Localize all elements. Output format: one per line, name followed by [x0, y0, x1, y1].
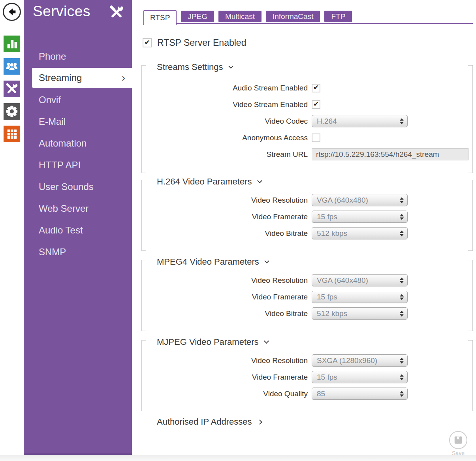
bar-chart-icon: [5, 37, 19, 51]
audio-stream-enabled-checkbox[interactable]: ✔: [312, 84, 320, 92]
spinner-arrows-icon: [400, 294, 404, 300]
mjpeg-video-quality-select[interactable]: 85: [312, 388, 408, 400]
anonymous-access-checkbox[interactable]: ✔: [312, 134, 320, 142]
main-content: RTSP JPEG Multicast InformaCast FTP ✔ RT…: [132, 0, 476, 454]
section-title[interactable]: MPEG4 Video Parameters: [157, 257, 473, 267]
section-title[interactable]: Streams Settings: [157, 62, 473, 72]
rail-tiles: [0, 36, 20, 148]
sidebar-item-user-sounds[interactable]: User Sounds ›: [24, 176, 132, 198]
save-circle: [449, 431, 467, 449]
field-label: Video Stream Enabled: [157, 100, 308, 109]
chevron-right-icon: [257, 420, 262, 425]
tab-jpeg[interactable]: JPEG: [181, 11, 214, 22]
field-label: Video Codec: [157, 117, 308, 126]
field-row: Video Resolution VGA (640x480): [157, 194, 473, 206]
tab-informacast[interactable]: InformaCast: [266, 11, 320, 22]
field-label: Video Bitrate: [157, 229, 308, 238]
h264-video-framerate-select[interactable]: 15 fps: [312, 211, 408, 223]
field-label: Stream URL: [157, 150, 308, 159]
rail-item-status[interactable]: [4, 36, 20, 52]
chevron-down-icon: [264, 258, 269, 263]
section-mpeg4-parameters: MPEG4 Video Parameters Video Resolution …: [141, 256, 473, 331]
back-button[interactable]: [3, 3, 21, 21]
sidebar-item-streaming[interactable]: Streaming ›: [32, 68, 132, 88]
section-title[interactable]: H.264 Video Parameters: [157, 177, 473, 187]
tab-multicast[interactable]: Multicast: [218, 11, 262, 22]
section-mjpeg-parameters: MJPEG Video Parameters Video Resolution …: [141, 336, 473, 411]
mpeg4-video-bitrate-select[interactable]: 512 kbps: [312, 307, 408, 320]
spinner-arrows-icon: [400, 391, 404, 397]
rail-item-hardware[interactable]: [4, 126, 20, 142]
chevron-down-icon: [257, 178, 262, 183]
gear-icon: [5, 105, 19, 118]
field-row: Video Framerate 15 fps: [157, 211, 473, 223]
mjpeg-video-resolution-select[interactable]: SXGA (1280x960): [312, 354, 408, 367]
mpeg4-video-resolution-select[interactable]: VGA (640x480): [312, 274, 408, 286]
rtsp-server-enabled-checkbox[interactable]: ✔: [143, 38, 152, 47]
sidebar-item-web-server[interactable]: Web Server ›: [24, 198, 132, 219]
check-icon: ✔: [144, 39, 150, 46]
rtsp-server-enabled-row: ✔ RTSP Server Enabled: [143, 38, 246, 48]
tools-icon: [5, 82, 19, 96]
field-row: Video Bitrate 512 kbps: [157, 307, 473, 320]
rail-item-system[interactable]: [4, 103, 20, 120]
field-row: Video Framerate 15 fps: [157, 371, 473, 383]
spinner-arrows-icon: [400, 230, 404, 236]
field-label: Video Resolution: [157, 196, 308, 205]
spinner-arrows-icon: [400, 197, 404, 203]
field-label: Video Framerate: [157, 213, 308, 221]
field-row: Audio Stream Enabled ✔: [157, 82, 473, 94]
sidebar-item-http-api[interactable]: HTTP API ›: [24, 154, 132, 176]
spinner-arrows-icon: [400, 374, 404, 380]
field-label: Video Framerate: [157, 293, 308, 301]
section-streams-settings: Streams Settings Audio Stream Enabled ✔ …: [141, 61, 473, 173]
sidebar-item-email[interactable]: E-Mail ›: [24, 111, 132, 132]
sidebar-item-phone[interactable]: Phone ›: [24, 45, 132, 67]
icon-rail: [0, 0, 24, 461]
video-codec-select[interactable]: H.264: [312, 115, 408, 127]
field-row: Video Bitrate 512 kbps: [157, 227, 473, 239]
field-row: Video Stream Enabled ✔: [157, 98, 473, 111]
tab-underline: [143, 23, 473, 24]
field-row: Stream URL rtsp://10.5.229.163:554/h264_…: [157, 148, 473, 160]
section-authorised-ip-addresses[interactable]: Authorised IP Addresses: [157, 417, 262, 427]
video-stream-enabled-checkbox[interactable]: ✔: [312, 100, 320, 109]
stream-url-input[interactable]: rtsp://10.5.229.163:554/h264_stream: [312, 148, 468, 160]
rail-item-services[interactable]: [4, 81, 20, 97]
field-row: Video Quality 85: [157, 388, 473, 400]
spinner-arrows-icon: [400, 118, 404, 124]
field-label: Video Quality: [157, 389, 308, 398]
page: Services Phone › Streaming ›: [0, 0, 476, 461]
field-row: Video Framerate 15 fps: [157, 291, 473, 303]
tools-header-icon: [108, 4, 125, 22]
field-label: Video Bitrate: [157, 309, 308, 318]
field-label: Video Resolution: [157, 276, 308, 285]
tab-ftp[interactable]: FTP: [324, 11, 352, 22]
sidebar-item-onvif[interactable]: Onvif ›: [24, 89, 132, 111]
section-title[interactable]: MJPEG Video Parameters: [157, 337, 473, 347]
mjpeg-video-framerate-select[interactable]: 15 fps: [312, 371, 408, 383]
sidebar-item-automation[interactable]: Automation ›: [24, 132, 132, 154]
floppy-disk-icon: [453, 435, 463, 445]
spinner-arrows-icon: [400, 214, 404, 220]
spinner-arrows-icon: [400, 358, 404, 363]
save-button[interactable]: Save: [446, 431, 470, 456]
chevron-down-icon: [264, 339, 269, 344]
h264-video-bitrate-select[interactable]: 512 kbps: [312, 227, 408, 239]
check-icon: ✔: [313, 84, 319, 91]
mpeg4-video-framerate-select[interactable]: 15 fps: [312, 291, 408, 303]
rail-item-directory[interactable]: [4, 58, 20, 75]
rtsp-server-enabled-label: RTSP Server Enabled: [157, 38, 246, 48]
tab-bar: RTSP JPEG Multicast InformaCast FTP: [143, 10, 473, 25]
section-h264-parameters: H.264 Video Parameters Video Resolution …: [141, 176, 473, 251]
sidebar: Services Phone › Streaming ›: [24, 0, 132, 455]
users-icon: [5, 60, 19, 73]
check-icon: ✔: [313, 101, 319, 107]
sidebar-item-audio-test[interactable]: Audio Test ›: [24, 219, 132, 241]
footer-strip: [0, 455, 476, 461]
tab-rtsp[interactable]: RTSP: [143, 10, 177, 25]
field-label: Video Framerate: [157, 373, 308, 382]
h264-video-resolution-select[interactable]: VGA (640x480): [312, 194, 408, 206]
field-label: Video Resolution: [157, 356, 308, 365]
sidebar-item-snmp[interactable]: SNMP ›: [24, 241, 132, 263]
